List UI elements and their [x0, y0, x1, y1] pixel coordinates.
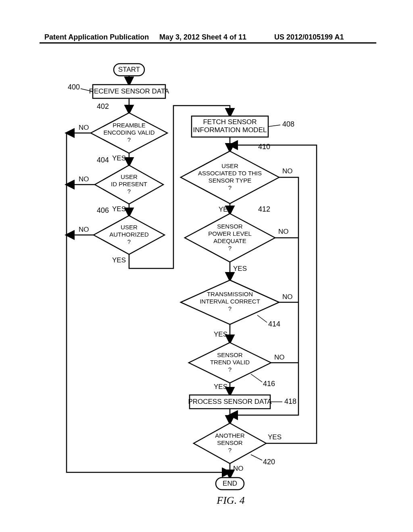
- svg-text:INTERVAL CORRECT: INTERVAL CORRECT: [200, 298, 260, 305]
- svg-text:YES: YES: [268, 433, 282, 441]
- ref-412: 412: [258, 205, 270, 213]
- ref-418: 418: [284, 397, 296, 405]
- svg-text:ANOTHER: ANOTHER: [215, 432, 245, 439]
- svg-text:NO: NO: [79, 226, 89, 233]
- svg-text:NO: NO: [79, 175, 89, 183]
- svg-text:NO: NO: [282, 167, 293, 175]
- svg-text:?: ?: [228, 245, 232, 251]
- svg-text:USER: USER: [121, 173, 138, 180]
- end-label: END: [223, 480, 237, 487]
- svg-text:INFORMATION MODEL: INFORMATION MODEL: [193, 126, 267, 134]
- svg-text:PREAMBLE: PREAMBLE: [113, 122, 146, 129]
- svg-text:USER: USER: [121, 224, 138, 231]
- svg-text:?: ?: [127, 136, 131, 143]
- start-label: START: [118, 66, 140, 73]
- svg-text:PROCESS SENSOR DATA: PROCESS SENSOR DATA: [188, 398, 272, 405]
- svg-text:AUTHORIZED: AUTHORIZED: [109, 231, 149, 238]
- svg-text:ADEQUATE: ADEQUATE: [213, 237, 246, 244]
- svg-text:?: ?: [228, 305, 232, 312]
- ref-416: 416: [263, 380, 275, 388]
- ref-404: 404: [97, 156, 109, 164]
- svg-text:?: ?: [228, 184, 232, 191]
- svg-text:SENSOR: SENSOR: [217, 223, 243, 230]
- figure-caption: FIG. 4: [216, 495, 244, 506]
- flowchart: START RECEIVE SENSOR DATA 400 402 PREAMB…: [0, 44, 413, 532]
- svg-text:POWER LEVEL: POWER LEVEL: [208, 230, 252, 237]
- svg-text:?: ?: [127, 188, 131, 195]
- svg-text:NO: NO: [278, 228, 289, 235]
- svg-text:?: ?: [228, 447, 232, 453]
- svg-text:NO: NO: [79, 124, 89, 131]
- svg-text:YES: YES: [112, 256, 126, 264]
- svg-text:NO: NO: [274, 353, 285, 361]
- header-publication: Patent Application Publication: [44, 33, 149, 42]
- ref-402: 402: [97, 102, 109, 110]
- svg-text:SENSOR: SENSOR: [217, 351, 243, 358]
- svg-text:SENSOR: SENSOR: [217, 439, 243, 446]
- svg-text:YES: YES: [112, 154, 126, 162]
- header-rule: [40, 42, 376, 44]
- svg-text:TREND VALID: TREND VALID: [210, 359, 250, 366]
- ref-406: 406: [97, 206, 109, 214]
- svg-text:TRANSMISSION: TRANSMISSION: [207, 291, 253, 297]
- svg-text:YES: YES: [112, 205, 126, 213]
- svg-text:NO: NO: [282, 293, 293, 301]
- ref-410: 410: [258, 143, 270, 151]
- svg-text:ID PRESENT: ID PRESENT: [111, 181, 147, 187]
- ref-408: 408: [282, 120, 294, 128]
- svg-text:ASSOCIATED TO THIS: ASSOCIATED TO THIS: [198, 170, 262, 177]
- svg-text:SENSOR TYPE: SENSOR TYPE: [209, 177, 251, 184]
- svg-text:YES: YES: [214, 383, 227, 391]
- ref-420: 420: [263, 458, 275, 466]
- ref-414: 414: [268, 320, 280, 328]
- ref-400: 400: [68, 83, 80, 91]
- svg-text:ENCODING VALID: ENCODING VALID: [103, 129, 154, 136]
- header-date-sheet: May 3, 2012 Sheet 4 of 11: [159, 33, 246, 42]
- svg-text:FETCH SENSOR: FETCH SENSOR: [203, 118, 257, 126]
- svg-text:YES: YES: [233, 265, 247, 272]
- header-pub-number: US 2012/0105199 A1: [274, 33, 344, 42]
- receive-sensor-data-text: RECEIVE SENSOR DATA: [89, 87, 169, 95]
- svg-text:YES: YES: [214, 330, 227, 338]
- svg-text:USER: USER: [221, 162, 238, 169]
- svg-text:NO: NO: [233, 465, 244, 472]
- svg-text:?: ?: [127, 238, 131, 245]
- svg-text:?: ?: [228, 366, 232, 373]
